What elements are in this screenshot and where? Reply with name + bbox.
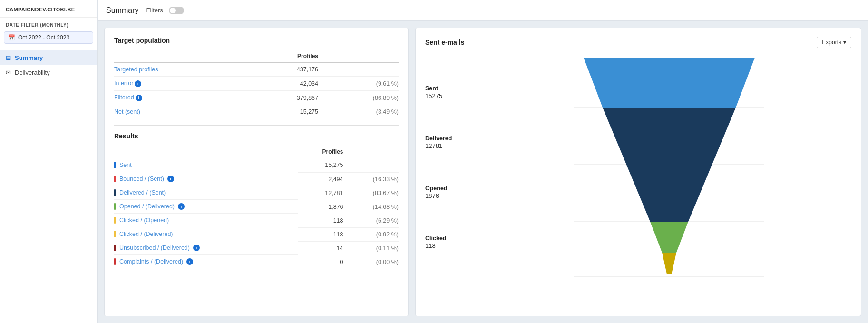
funnel-metric-value: 15275 [425,92,487,99]
funnel-clicked-segment [662,253,676,274]
table-row: Filteredi379,867(86.89 %) [114,91,399,105]
row-color-indicator [114,189,116,196]
row-color-indicator [114,231,116,237]
funnel-label-row: Delivered12781 [425,135,487,149]
chevron-down-icon: ▾ [843,39,846,46]
results-row-label: Clicked / (Delivered) [114,227,298,241]
table-row: Opened / (Delivered)i1,876(14.68 %) [114,200,399,214]
results-row-value: 0 [298,255,343,269]
date-filter-range[interactable]: 📅 Oct 2022 - Oct 2023 [4,31,93,44]
results-row-label: Opened / (Delivered)i [114,200,298,214]
table-row: Targeted profiles437,176 [114,63,399,77]
results-row-pct: (16.33 %) [343,172,399,186]
funnel-metric-name: Clicked [425,235,487,242]
results-row-pct: (0.92 %) [343,227,399,241]
target-row-value: 437,176 [251,63,318,77]
funnel-labels: Sent15275Delivered12781Opened1876Clicked… [425,53,487,281]
page-title: Summary [106,6,138,15]
funnel-label-row: Opened1876 [425,185,487,199]
results-row-pct [343,158,399,173]
target-population-table: Profiles Targeted profiles437,176In erro… [114,51,399,118]
info-icon[interactable]: i [178,203,185,210]
sidebar: CAMPAIGNDEV.CITOBI.BE DATE FILTER (Month… [0,0,98,323]
results-row-pct: (6.29 %) [343,214,399,227]
table-row: In errori42,034(9.61 %) [114,77,399,91]
row-color-indicator [114,258,116,265]
table-row: Sent15,275 [114,158,399,173]
calendar-icon: 📅 [8,34,15,41]
target-row-label: In errori [114,77,251,91]
results-row-label: Sent [114,158,298,172]
target-row-value: 15,275 [251,105,318,119]
funnel-sent-segment [584,58,755,108]
funnel-metric-name: Opened [425,185,487,192]
info-icon[interactable]: i [136,95,142,101]
sidebar-item-summary[interactable]: ⊟ Summary [0,50,97,65]
results-row-value: 118 [298,214,343,227]
info-icon[interactable]: i [167,176,174,182]
summary-icon: ⊟ [6,54,11,61]
target-row-pct [318,63,399,77]
results-row-label: Delivered / (Sent) [114,186,298,200]
table-row: Clicked / (Delivered)118(0.92 %) [114,227,399,241]
filters-label: Filters [146,7,163,14]
results-row-pct: (0.11 %) [343,241,399,255]
funnel-metric-name: Delivered [425,135,487,142]
sidebar-item-summary-label: Summary [15,54,43,61]
funnel-metric-value: 118 [425,242,487,249]
info-icon[interactable]: i [193,245,200,251]
results-row-value: 2,494 [298,172,343,186]
info-icon[interactable]: i [135,80,141,87]
target-col-pct [318,51,399,63]
funnel-chart: Sent15275Delivered12781Opened1876Clicked… [425,53,851,281]
top-bar: Summary Filters [98,0,868,21]
table-row: Bounced / (Sent)i2,494(16.33 %) [114,172,399,186]
info-icon[interactable]: i [186,258,193,265]
row-color-indicator [114,162,116,168]
funnel-metric-value: 12781 [425,142,487,149]
target-population-title: Target population [114,37,399,44]
results-row-pct: (83.67 %) [343,186,399,200]
exports-button[interactable]: Exports ▾ [817,37,851,48]
table-row: Net (sent)15,275(3.49 %) [114,105,399,119]
table-row: Complaints / (Delivered)i0(0.00 %) [114,255,399,269]
target-col-profiles: Profiles [251,51,318,63]
row-color-indicator [114,176,116,182]
results-col-label [114,147,298,158]
filters-toggle[interactable] [169,7,184,14]
results-table: Profiles Sent15,275Bounced / (Sent)i2,49… [114,147,399,269]
results-row-pct: (0.00 %) [343,255,399,269]
right-panel: Sent e-mails Exports ▾ Sent15275Delivere… [415,28,861,316]
results-row-label: Unsubscribed / (Delivered)i [114,241,298,255]
section-divider [114,125,399,126]
results-row-label: Complaints / (Delivered)i [114,255,298,268]
table-row: Unsubscribed / (Delivered)i14(0.11 %) [114,241,399,255]
date-filter-label: DATE FILTER (Monthly) [0,18,97,29]
target-col-label [114,51,251,63]
target-row-pct: (3.49 %) [318,105,399,119]
table-row: Clicked / (Opened)118(6.29 %) [114,214,399,227]
sidebar-item-deliverability[interactable]: ✉ Deliverability [0,65,97,80]
results-row-label: Bounced / (Sent)i [114,172,298,186]
results-col-pct [343,147,399,158]
sent-emails-title: Sent e-mails [425,39,464,46]
target-row-label: Net (sent) [114,105,251,119]
results-row-label: Clicked / (Opened) [114,214,298,227]
row-color-indicator [114,245,116,251]
date-range-text: Oct 2022 - Oct 2023 [18,34,69,41]
funnel-svg-wrapper [487,53,851,281]
target-row-pct: (86.89 %) [318,91,399,105]
content-area: Target population Profiles Targeted prof… [98,21,868,323]
funnel-metric-name: Sent [425,85,487,92]
funnel-label-row: Clicked118 [425,235,487,249]
target-row-label: Filteredi [114,91,251,105]
sidebar-nav: ⊟ Summary ✉ Deliverability [0,50,97,80]
results-row-value: 12,781 [298,186,343,200]
target-row-value: 42,034 [251,77,318,91]
funnel-opened-segment [650,222,688,253]
results-row-value: 14 [298,241,343,255]
sidebar-item-deliverability-label: Deliverability [15,69,50,76]
row-color-indicator [114,203,116,210]
results-col-profiles: Profiles [298,147,343,158]
funnel-label-row: Sent15275 [425,85,487,99]
